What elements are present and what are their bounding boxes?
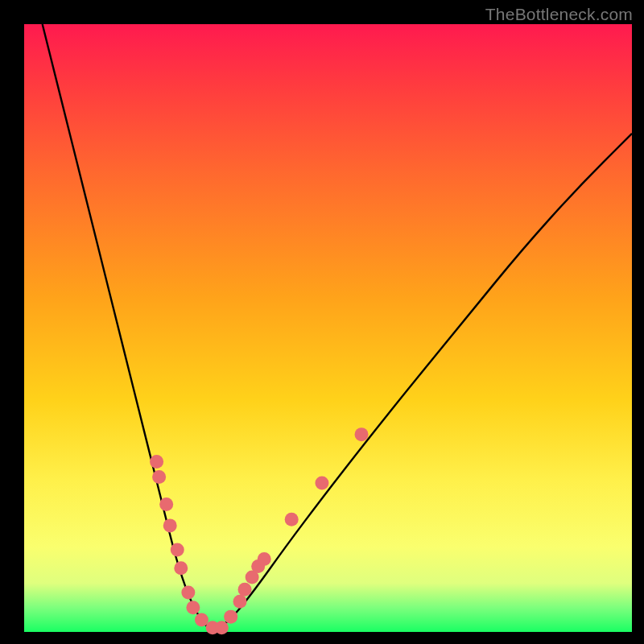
- data-marker: [224, 610, 237, 624]
- data-marker: [195, 613, 208, 626]
- marker-group: [150, 427, 368, 634]
- data-marker: [159, 497, 173, 511]
- data-marker: [215, 621, 229, 634]
- data-marker: [355, 427, 369, 441]
- data-marker: [258, 552, 271, 566]
- data-marker: [152, 470, 166, 484]
- plot-area: [24, 24, 632, 632]
- data-marker: [233, 595, 247, 609]
- data-marker: [150, 455, 163, 469]
- watermark-text: TheBottleneck.com: [485, 5, 633, 24]
- data-marker: [171, 543, 184, 557]
- chart-svg: [24, 24, 632, 632]
- data-marker: [238, 583, 252, 597]
- data-marker: [174, 561, 188, 575]
- data-marker: [163, 518, 177, 532]
- bottleneck-curve: [43, 24, 632, 629]
- data-marker: [186, 601, 200, 614]
- data-marker: [181, 585, 195, 599]
- data-marker: [315, 477, 328, 490]
- chart-stage: TheBottleneck.com: [0, 0, 644, 644]
- data-marker: [285, 513, 299, 526]
